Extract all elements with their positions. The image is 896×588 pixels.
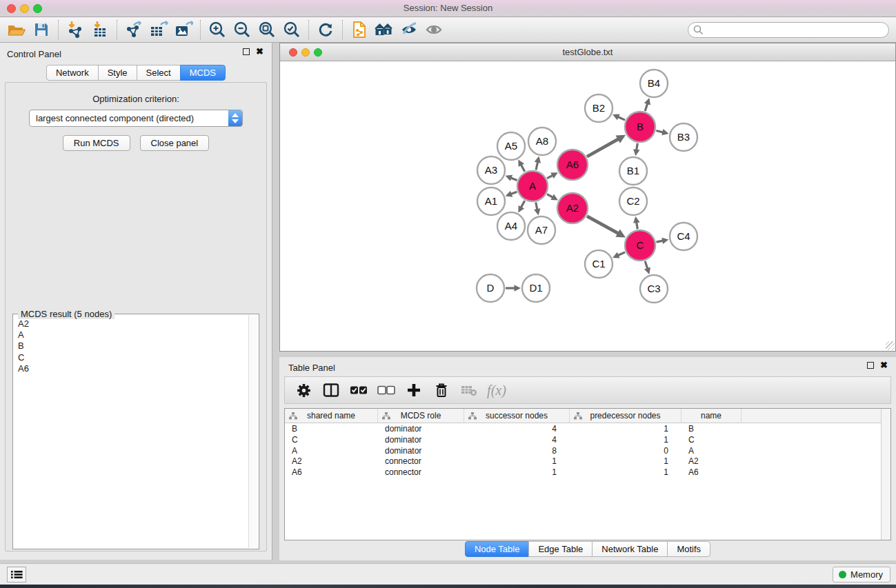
table-row[interactable]: A2 connector 1 1 A2 (285, 456, 890, 467)
graph-edge-C-C2[interactable] (637, 222, 638, 229)
import-table-button[interactable] (88, 19, 112, 40)
graph-edge-C-C4[interactable] (657, 241, 664, 242)
zoom-fit-button[interactable] (255, 19, 279, 40)
resize-grip-icon[interactable] (886, 341, 895, 350)
tab-mcds[interactable]: MCDS (180, 65, 226, 81)
tab-motifs[interactable]: Motifs (667, 541, 710, 557)
graph-node-label-B3: B3 (677, 131, 690, 143)
float-panel-icon[interactable] (243, 48, 250, 55)
graph-edge-A-A5[interactable] (521, 165, 524, 172)
show-columns-button[interactable] (321, 381, 341, 400)
tab-network[interactable]: Network (46, 65, 99, 81)
table-row[interactable]: C dominator 4 1 C (285, 434, 890, 445)
graph-edge-B-B3[interactable] (656, 131, 663, 132)
graph-edge-B-B4[interactable] (645, 103, 648, 111)
cell-name: C (681, 434, 741, 445)
memory-button[interactable]: Memory (833, 567, 890, 582)
list-item[interactable]: A (18, 330, 243, 341)
table-row[interactable]: A6 connector 1 1 A6 (285, 467, 890, 478)
cell-predecessor-nodes: 1 (570, 423, 681, 434)
hide-graphics-details-button[interactable] (397, 19, 421, 40)
gear-icon (296, 383, 312, 398)
optimization-criterion-select[interactable]: largest connected component (directed) (29, 110, 243, 127)
cell-successor-nodes: 8 (464, 445, 570, 456)
delete-column-button[interactable] (431, 381, 452, 400)
column-header-successor-nodes[interactable]: successor nodes (464, 409, 570, 423)
table-row[interactable]: B dominator 4 1 B (285, 423, 890, 434)
desktop-background-strip (0, 585, 896, 588)
column-header-mcds-role[interactable]: MCDS role (378, 409, 464, 423)
optimization-criterion-value: largest connected component (directed) (36, 113, 194, 123)
run-mcds-button[interactable]: Run MCDS (63, 135, 130, 151)
column-header-predecessor-nodes[interactable]: predecessor nodes (570, 409, 681, 423)
apply-layout-button[interactable] (313, 19, 338, 40)
network-canvas[interactable]: B4B2BB3B1A5A8A6A3AA1A2A4A7C2C4CC1C3DD1 (280, 61, 895, 351)
graph-node-label-B: B (637, 121, 644, 132)
table-row[interactable]: A dominator 8 0 A (285, 445, 890, 456)
graph-edge-A-A8[interactable] (536, 162, 538, 170)
close-panel-button[interactable]: Close panel (140, 135, 210, 151)
graph-node-label-C: C (637, 239, 644, 251)
graph-edge-B-B2[interactable] (618, 117, 625, 121)
tab-edge-table[interactable]: Edge Table (528, 541, 593, 557)
open-folder-icon (7, 21, 26, 38)
export-table-button[interactable] (146, 19, 171, 40)
table-toolbar: f(x) (284, 376, 891, 404)
toolbar-separator (308, 20, 309, 39)
create-column-button[interactable] (404, 381, 424, 400)
export-network-button[interactable] (121, 19, 146, 40)
list-item[interactable]: B (18, 341, 243, 352)
export-image-button[interactable] (171, 19, 196, 40)
toolbar-separator (200, 20, 201, 39)
table-panel-title: Table Panel (288, 363, 335, 373)
table-settings-button[interactable] (293, 381, 314, 400)
graph-edge-A-A4[interactable] (521, 201, 524, 207)
graph-edge-A-A7[interactable] (536, 203, 537, 210)
tree-icon (468, 412, 477, 420)
select-all-button[interactable] (348, 381, 369, 400)
show-task-history-button[interactable] (7, 567, 26, 582)
graph-edge-A-A6[interactable] (547, 175, 552, 178)
close-panel-icon[interactable]: ✖ (256, 48, 263, 55)
graph-node-label-B4: B4 (648, 77, 660, 89)
cell-shared-name: A6 (285, 467, 378, 478)
save-session-button[interactable] (29, 19, 54, 40)
result-scrollbar[interactable] (248, 315, 258, 548)
column-header-shared-name[interactable]: shared name (285, 409, 378, 423)
search-input[interactable] (688, 22, 889, 38)
zoom-in-button[interactable] (205, 19, 230, 40)
graph-edge-A-A2[interactable] (547, 194, 553, 198)
delete-table-button-disabled (459, 381, 479, 400)
import-network-button[interactable] (63, 19, 88, 40)
graph-edge-A6-B[interactable] (587, 139, 619, 157)
list-item[interactable]: A6 (18, 363, 243, 374)
list-item[interactable]: C (18, 352, 243, 363)
graph-edge-C-C1[interactable] (618, 252, 625, 256)
table-scrollbar[interactable] (881, 409, 890, 540)
graph-edge-arrowhead (534, 208, 540, 215)
homes-button[interactable] (372, 19, 397, 40)
window-title: Session: New Session (0, 3, 896, 13)
deselect-all-button[interactable] (376, 381, 397, 400)
graph-edge-arrowhead (535, 156, 541, 163)
zoom-selected-button[interactable] (279, 19, 304, 40)
float-table-panel-icon[interactable] (867, 362, 874, 369)
show-graphics-details-button[interactable] (421, 19, 446, 40)
graph-edge-A2-C[interactable] (587, 216, 618, 234)
toolbar-separator (342, 20, 343, 39)
column-header-name[interactable]: name (681, 409, 741, 423)
graph-edge-A-A1[interactable] (511, 192, 517, 194)
tab-style[interactable]: Style (98, 65, 137, 81)
open-session-button[interactable] (4, 19, 29, 40)
new-session-button[interactable] (347, 19, 372, 40)
tab-network-table[interactable]: Network Table (592, 541, 668, 557)
list-item[interactable]: A2 (18, 318, 243, 330)
graph-edge-A-A3[interactable] (510, 178, 517, 180)
graph-edge-B-B1[interactable] (637, 143, 638, 150)
close-table-panel-icon[interactable]: ✖ (880, 362, 888, 369)
tab-node-table[interactable]: Node Table (465, 541, 530, 557)
import-network-icon (66, 21, 84, 39)
graph-edge-C-C3[interactable] (645, 261, 648, 269)
zoom-out-button[interactable] (230, 19, 255, 40)
tab-select[interactable]: Select (137, 65, 181, 81)
